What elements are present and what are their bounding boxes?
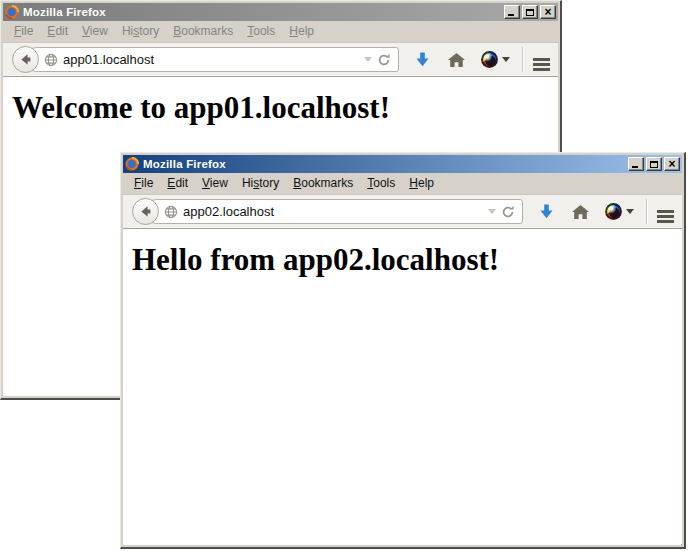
url-bar[interactable] bbox=[144, 199, 523, 224]
close-button[interactable]: × bbox=[664, 157, 680, 171]
addon-button[interactable] bbox=[605, 203, 634, 220]
back-button[interactable] bbox=[132, 198, 159, 225]
minimize-button[interactable] bbox=[504, 5, 520, 19]
reload-button[interactable] bbox=[377, 53, 391, 67]
menu-help[interactable]: Help bbox=[282, 21, 321, 42]
globe-icon[interactable] bbox=[44, 53, 58, 67]
reload-icon bbox=[501, 205, 515, 219]
close-icon: × bbox=[544, 7, 551, 17]
menu-bar: File Edit View History Bookmarks Tools H… bbox=[123, 173, 682, 194]
menu-bookmarks[interactable]: Bookmarks bbox=[166, 21, 240, 42]
minimize-icon bbox=[508, 14, 514, 16]
minimize-button[interactable] bbox=[628, 157, 644, 171]
addon-button[interactable] bbox=[481, 51, 510, 68]
menu-label-text: ookmarks bbox=[301, 176, 353, 190]
maximize-icon bbox=[526, 9, 534, 16]
urlbar-dropdown-icon[interactable] bbox=[364, 57, 372, 62]
page-heading: Hello from app02.localhost! bbox=[132, 242, 682, 278]
menu-label-text: V bbox=[202, 176, 210, 190]
menu-label-text: ools bbox=[373, 176, 395, 190]
home-button[interactable] bbox=[571, 204, 590, 220]
menu-label-text: Hi bbox=[242, 176, 253, 190]
reload-button[interactable] bbox=[501, 205, 515, 219]
menu-label-text: elp bbox=[298, 24, 314, 38]
menu-bar: File Edit View History Bookmarks Tools H… bbox=[3, 21, 558, 42]
titlebar[interactable]: Mozilla Firefox × bbox=[3, 3, 558, 21]
menu-button[interactable] bbox=[533, 53, 550, 66]
addon-dropdown-icon bbox=[626, 209, 634, 214]
maximize-button[interactable] bbox=[646, 157, 662, 171]
close-icon: × bbox=[668, 159, 675, 169]
back-arrow-icon bbox=[18, 52, 33, 67]
resize-grip[interactable] bbox=[676, 539, 678, 541]
menu-label-text: ile bbox=[141, 176, 153, 190]
download-icon bbox=[414, 51, 431, 68]
download-icon bbox=[538, 203, 555, 220]
addon-icon bbox=[605, 203, 622, 220]
download-button[interactable] bbox=[414, 51, 431, 68]
menu-label-text: iew bbox=[90, 24, 108, 38]
download-button[interactable] bbox=[538, 203, 555, 220]
window-controls: × bbox=[504, 5, 556, 19]
home-button[interactable] bbox=[447, 52, 466, 68]
menu-history[interactable]: History bbox=[115, 21, 166, 42]
page-content: Hello from app02.localhost! bbox=[123, 229, 682, 545]
firefox-logo-icon bbox=[5, 5, 19, 19]
back-arrow-icon bbox=[138, 204, 153, 219]
menu-label-text: ookmarks bbox=[181, 24, 233, 38]
browser-window-app02: Mozilla Firefox × File Edit View History… bbox=[120, 152, 686, 549]
menu-label-text: ools bbox=[253, 24, 275, 38]
hamburger-icon bbox=[657, 210, 674, 213]
menu-file[interactable]: File bbox=[127, 173, 160, 194]
menu-file[interactable]: File bbox=[7, 21, 40, 42]
menu-help[interactable]: Help bbox=[402, 173, 441, 194]
url-input[interactable] bbox=[183, 203, 483, 221]
url-input[interactable] bbox=[63, 51, 359, 69]
firefox-logo-icon bbox=[125, 157, 139, 171]
navigation-toolbar bbox=[3, 42, 558, 77]
menu-bookmarks[interactable]: Bookmarks bbox=[286, 173, 360, 194]
menu-label-text: iew bbox=[210, 176, 228, 190]
toolbar-separator bbox=[646, 199, 647, 224]
menu-label-text: tory bbox=[139, 24, 159, 38]
toolbar-separator bbox=[522, 47, 523, 72]
menu-edit[interactable]: Edit bbox=[160, 173, 195, 194]
globe-icon[interactable] bbox=[164, 205, 178, 219]
menu-label-text: H bbox=[289, 24, 298, 38]
window-controls: × bbox=[628, 157, 680, 171]
window-title: Mozilla Firefox bbox=[143, 158, 624, 170]
navigation-toolbar bbox=[123, 194, 682, 229]
menu-label-text: H bbox=[409, 176, 418, 190]
menu-button[interactable] bbox=[657, 205, 674, 218]
maximize-button[interactable] bbox=[522, 5, 538, 19]
menu-label-text: tory bbox=[259, 176, 279, 190]
reload-icon bbox=[377, 53, 391, 67]
url-bar[interactable] bbox=[24, 47, 399, 72]
urlbar-dropdown-icon[interactable] bbox=[488, 209, 496, 214]
minimize-icon bbox=[632, 166, 638, 168]
addon-icon bbox=[481, 51, 498, 68]
maximize-icon bbox=[650, 161, 658, 168]
home-icon bbox=[447, 52, 466, 68]
menu-tools[interactable]: Tools bbox=[360, 173, 402, 194]
hamburger-icon bbox=[533, 58, 550, 61]
addon-dropdown-icon bbox=[502, 57, 510, 62]
menu-tools[interactable]: Tools bbox=[240, 21, 282, 42]
menu-label-text: dit bbox=[175, 176, 188, 190]
menu-edit[interactable]: Edit bbox=[40, 21, 75, 42]
close-button[interactable]: × bbox=[540, 5, 556, 19]
menu-label-text: V bbox=[82, 24, 90, 38]
menu-label-text: elp bbox=[418, 176, 434, 190]
menu-label-text: dit bbox=[55, 24, 68, 38]
menu-label-text: ile bbox=[21, 24, 33, 38]
menu-view[interactable]: View bbox=[195, 173, 235, 194]
back-button[interactable] bbox=[12, 46, 39, 73]
menu-label-text: Hi bbox=[122, 24, 133, 38]
page-heading: Welcome to app01.localhost! bbox=[12, 90, 558, 126]
menu-view[interactable]: View bbox=[75, 21, 115, 42]
titlebar[interactable]: Mozilla Firefox × bbox=[123, 155, 682, 173]
window-title: Mozilla Firefox bbox=[23, 6, 500, 18]
home-icon bbox=[571, 204, 590, 220]
menu-history[interactable]: History bbox=[235, 173, 286, 194]
